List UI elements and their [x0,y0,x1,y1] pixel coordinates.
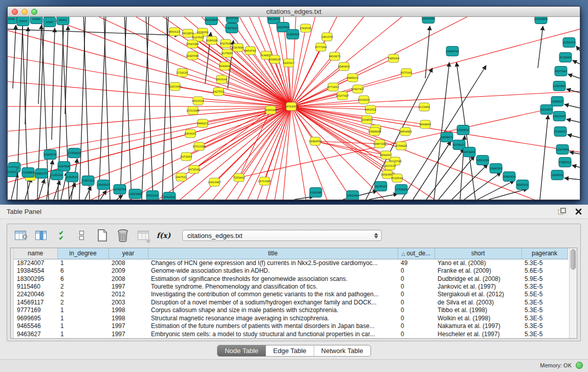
table-cell[interactable]: 1 [57,322,108,330]
table-cell[interactable]: 0 [398,299,434,307]
graph-node[interactable]: 9327548 [220,39,231,48]
graph-node[interactable]: 10107427 [336,92,349,100]
network-canvas[interactable]: 1872400786601238912954822605891275028186… [8,17,580,200]
graph-node[interactable]: 9699695 [420,120,431,128]
graph-node[interactable]: 8220317 [283,59,294,67]
scrollbar-thumb[interactable] [571,249,576,270]
table-cell[interactable]: 9115460 [14,283,57,291]
graph-node[interactable]: 18300295 [264,106,277,114]
table-cell[interactable]: Tibbo et al. (1998) [434,307,521,314]
unselect-all-columns-icon[interactable] [75,229,89,243]
table-cell[interactable]: 5.9E-5 [521,275,568,282]
tab-edge-table[interactable]: Edge Table [266,345,314,356]
graph-node[interactable]: 8912954 [182,29,193,37]
graph-node[interactable]: 16210643 [553,112,565,121]
graph-node[interactable]: 9115460 [419,103,430,111]
graph-node[interactable]: 15192971 [554,127,567,137]
graph-node[interactable]: 9472042 [188,165,200,173]
vertical-scrollbar[interactable] [569,248,577,338]
graph-node[interactable]: 1192348 [310,188,322,198]
table-selector[interactable]: citations_edges.txt [182,230,382,241]
table-cell[interactable]: Tourette syndrome. Phenomenology and cla… [148,283,398,291]
table-cell[interactable]: Structural magnetic resonance image aver… [148,315,398,322]
graph-node[interactable]: 9756928 [396,142,407,150]
column-header-title[interactable]: title [148,248,398,259]
graph-node[interactable]: 10511024 [192,142,205,150]
graph-node[interactable]: 12213343 [168,82,181,91]
table-cell[interactable]: Investigating the contribution of common… [148,291,398,298]
table-cell[interactable]: Disruption of a novel member of a sodium… [148,299,398,307]
table-cell[interactable]: 9465546 [14,322,57,330]
graph-node[interactable]: 14136141 [374,182,387,191]
graph-node[interactable]: 18724007 [285,102,297,111]
graph-node[interactable]: 8958923 [441,133,453,142]
graph-node[interactable]: 9097588 [58,162,70,171]
graph-node[interactable]: 16338 [8,17,17,24]
graph-node[interactable]: 8990954 [338,62,350,71]
table-row[interactable]: 977716911998Corpus callosum shape and si… [14,307,568,314]
graph-node[interactable]: 9129946 [559,53,572,62]
graph-node[interactable]: 10813447 [208,178,221,186]
table-cell[interactable]: 6 [57,275,108,282]
tab-node-table[interactable]: Node Table [217,345,266,356]
graph-node[interactable]: 9153293 [181,152,192,161]
graph-node[interactable]: 8521024 [192,97,204,105]
table-cell[interactable]: 0 [398,283,434,291]
table-cell[interactable]: 0 [398,322,434,330]
tab-network-table[interactable]: Network Table [314,345,371,356]
graph-node[interactable]: 11554808 [534,17,547,24]
network-graph-svg[interactable]: 1872400786601238912954822605891275028186… [8,17,580,200]
graph-node[interactable]: 17359924 [68,148,80,158]
graph-node[interactable]: 9245012 [516,180,529,190]
graph-node[interactable]: 8461622 [365,105,376,114]
table-row[interactable]: 946554611997Estimation of the future num… [14,322,568,330]
graph-node[interactable]: 8986210 [347,74,358,82]
graph-node[interactable]: 19654923 [399,127,411,136]
table-cell[interactable]: 5.3E-5 [521,307,568,314]
graph-node[interactable]: 96412 [57,17,69,25]
table-cell[interactable]: 2008 [108,275,148,282]
graph-node[interactable]: 10543382 [186,40,199,48]
graph-node[interactable]: 8427552 [213,87,224,96]
table-cell[interactable]: Stergiakouli et al. (2012) [434,291,521,298]
table-cell[interactable]: 22420046 [14,291,57,298]
table-cell[interactable]: 5.3E-5 [521,259,568,267]
table-cell[interactable]: 49 [398,259,434,267]
table-cell[interactable]: 2009 [108,267,148,275]
table-cell[interactable]: 5.3E-5 [521,322,568,330]
table-cell[interactable]: Jankovic et al. (1997) [434,283,521,291]
table-cell[interactable]: Genome-wide association studies in ADHD. [148,267,398,275]
table-cell[interactable]: 2012 [108,291,148,298]
table-cell[interactable]: 1 [57,307,108,314]
table-cell[interactable]: 0 [398,275,434,282]
graph-node[interactable]: 8454743 [245,47,256,55]
graph-node[interactable]: 10187 [43,17,56,27]
graph-node[interactable]: 9216022 [358,96,369,104]
graph-node[interactable]: 16033809 [205,17,217,25]
table-cell[interactable]: 9777169 [14,307,57,314]
table-cell[interactable]: 1998 [108,315,148,322]
graph-node[interactable]: 3915931 [8,167,17,177]
table-cell[interactable]: 1 [57,315,108,322]
table-cell[interactable]: 5.3E-5 [521,283,568,291]
table-cell[interactable]: 1997 [108,283,148,291]
table-cell[interactable]: 5.5E-5 [521,291,568,298]
table-cell[interactable]: 0 [398,330,434,338]
table-cell[interactable]: Dudbridge et al. (2008) [434,275,521,282]
graph-node[interactable]: 10688609 [368,127,381,136]
table-row[interactable]: 911546021997Tourette syndrome. Phenomeno… [14,283,568,291]
graph-node[interactable]: 8771652 [328,83,339,91]
close-panel-icon[interactable] [574,207,583,215]
table-cell[interactable]: Estimation of the future numbers of pati… [148,322,398,330]
graph-node[interactable]: 16945434 [503,172,515,182]
function-builder-icon[interactable]: f(x) [157,229,170,243]
table-cell[interactable]: 18724007 [14,259,57,267]
graph-node[interactable]: 1733426 [395,185,407,194]
network-window[interactable]: citations_edges.txt 18724007866012389129… [7,6,580,200]
table-settings-icon[interactable] [13,229,27,243]
graph-node[interactable]: 9886211 [197,119,208,127]
table-cell[interactable]: 2003 [108,299,148,307]
table-cell[interactable]: 0 [398,291,434,298]
graph-node[interactable]: 8660123 [169,28,180,36]
graph-node[interactable]: 21513288 [186,106,199,115]
